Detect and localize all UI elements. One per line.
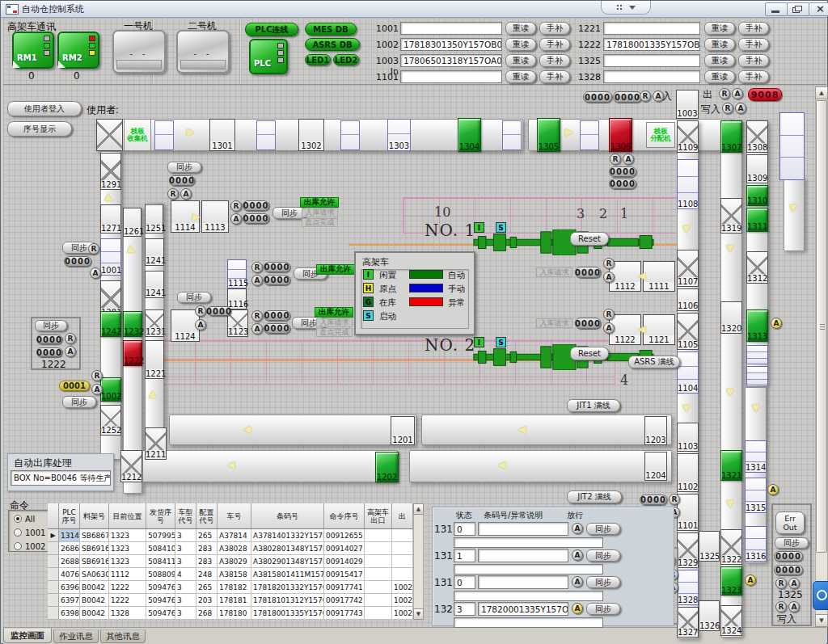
- r-round-button[interactable]: R: [251, 310, 263, 322]
- jit2-full-button[interactable]: JIT2 满线: [567, 490, 622, 503]
- table-cell[interactable]: 265: [196, 581, 218, 594]
- table-cell[interactable]: 00917741: [324, 581, 365, 594]
- barcode-field-1325[interactable]: [603, 54, 700, 67]
- reread-button[interactable]: 重读: [505, 54, 536, 67]
- table-cell[interactable]: 3: [175, 581, 196, 594]
- a-round-button[interactable]: A: [771, 318, 782, 329]
- table-cell[interactable]: A3802901348Y157MB: [251, 555, 324, 568]
- a-round-button[interactable]: A: [90, 267, 101, 279]
- table-cell[interactable]: 508809: [146, 568, 175, 581]
- a-round-button[interactable]: A: [91, 384, 103, 395]
- status-state-field-1313[interactable]: 1: [454, 549, 475, 562]
- table-cell[interactable]: 3: [175, 555, 196, 568]
- table-cell[interactable]: 283: [196, 542, 218, 555]
- a-round-button[interactable]: A: [572, 603, 583, 614]
- table-cell[interactable]: 507995: [146, 529, 175, 542]
- reread-button[interactable]: 重读: [505, 70, 536, 83]
- r-round-button[interactable]: R: [775, 601, 787, 612]
- scrollbar-thumb[interactable]: [816, 100, 827, 553]
- barcode-field-1222[interactable]: 17818001335Y157OB0: [603, 38, 700, 51]
- table-cell[interactable]: 1323: [109, 555, 146, 568]
- table-cell[interactable]: 1002: [392, 581, 413, 594]
- table-cell[interactable]: 4: [175, 568, 196, 581]
- a-round-button[interactable]: A: [603, 322, 615, 334]
- sync-button[interactable]: 同步: [586, 576, 620, 588]
- sync-button[interactable]: 同步: [775, 537, 809, 549]
- table-cell[interactable]: 3: [175, 529, 196, 542]
- teamviewer-icon[interactable]: [813, 581, 828, 610]
- a-round-button[interactable]: A: [180, 188, 192, 200]
- r-round-button[interactable]: R: [719, 88, 730, 99]
- serial-number-button[interactable]: 序号显示: [7, 121, 72, 137]
- reread-button[interactable]: 重读: [704, 70, 735, 83]
- table-cell[interactable]: [392, 568, 413, 581]
- r-round-button[interactable]: R: [230, 200, 242, 212]
- table-row-marker[interactable]: [48, 581, 59, 594]
- sync-button[interactable]: 同步: [586, 549, 620, 562]
- r-round-button[interactable]: R: [91, 370, 103, 381]
- manual-fill-button[interactable]: 手补: [738, 54, 769, 67]
- table-cell[interactable]: 178181: [218, 594, 251, 607]
- table-cell[interactable]: [392, 542, 413, 555]
- table-cell[interactable]: A38158: [218, 568, 251, 581]
- a-round-button[interactable]: A: [788, 578, 800, 589]
- table-cell[interactable]: 6398: [59, 607, 80, 620]
- table-cell[interactable]: [365, 529, 392, 542]
- a-round-button[interactable]: A: [735, 103, 746, 114]
- auto-outbound-message[interactable]: BOX No=B0046 等待生产投入: [11, 470, 111, 486]
- manual-fill-button[interactable]: 手补: [539, 22, 570, 35]
- a-round-button[interactable]: A: [195, 319, 206, 330]
- manual-fill-button[interactable]: 手补: [539, 54, 570, 67]
- status-barcode-field-1315[interactable]: [478, 575, 568, 589]
- err-out-button[interactable]: Err Out: [775, 511, 805, 534]
- r-round-button[interactable]: R: [603, 258, 615, 269]
- table-cell[interactable]: [392, 555, 413, 568]
- table-cell[interactable]: 203: [196, 594, 218, 607]
- plc-connect-button[interactable]: PLC连线: [245, 23, 298, 36]
- table-cell[interactable]: [365, 581, 392, 594]
- status-note-field-1311[interactable]: [454, 537, 603, 548]
- table-cell[interactable]: [365, 542, 392, 555]
- r-round-button[interactable]: R: [640, 90, 651, 102]
- table-cell[interactable]: [365, 594, 392, 607]
- table-cell[interactable]: 1222: [109, 581, 146, 594]
- r-round-button[interactable]: R: [669, 494, 680, 505]
- table-cell[interactable]: 178180: [218, 607, 251, 620]
- table-cell[interactable]: A3802801348Y157MB: [251, 542, 324, 555]
- table-cell[interactable]: [365, 607, 392, 620]
- table-cell[interactable]: 1112: [109, 568, 146, 581]
- table-cell[interactable]: 509476: [146, 607, 175, 620]
- table-cell[interactable]: SB6867: [80, 529, 109, 542]
- table-cell[interactable]: 508410: [146, 542, 175, 555]
- table-cell[interactable]: 2686: [59, 542, 80, 555]
- a-round-button[interactable]: A: [251, 323, 263, 335]
- table-cell[interactable]: 00917743: [324, 607, 365, 620]
- table-cell[interactable]: 3: [175, 542, 196, 555]
- table-cell[interactable]: A3815801411M157NB: [251, 568, 324, 581]
- table-cell[interactable]: A3781401332Y157KB: [251, 529, 324, 542]
- table-cell[interactable]: 1314: [59, 529, 80, 542]
- table-cell[interactable]: 00914029: [324, 555, 365, 568]
- table-cell[interactable]: 248: [196, 568, 218, 581]
- table-cell[interactable]: 3: [175, 594, 196, 607]
- table-row-marker[interactable]: [48, 607, 59, 620]
- a-round-button[interactable]: A: [623, 154, 634, 165]
- a-round-button[interactable]: A: [745, 575, 756, 586]
- tab-job-messages[interactable]: 作业讯息: [53, 629, 99, 643]
- sync-button[interactable]: 同步: [586, 523, 620, 535]
- status-note-field-1323[interactable]: [454, 617, 603, 628]
- table-cell[interactable]: B0042: [80, 581, 109, 594]
- table-cell[interactable]: SA0630: [80, 568, 109, 581]
- r-round-button[interactable]: R: [195, 305, 206, 317]
- filter-radio-1002[interactable]: [14, 542, 22, 550]
- barcode-field-1002[interactable]: 17818301350Y157OB0: [400, 38, 502, 51]
- status-barcode-field-1311[interactable]: [478, 522, 568, 536]
- table-cell[interactable]: 17818101312Y157OB: [251, 594, 324, 607]
- table-cell[interactable]: 17818001335Y157OB: [251, 607, 324, 620]
- r-round-button[interactable]: R: [88, 243, 99, 255]
- status-barcode-field-1323[interactable]: 17820001335Y157OB: [478, 602, 568, 616]
- table-cell[interactable]: B0042: [80, 607, 109, 620]
- barcode-field-1328[interactable]: [603, 70, 700, 83]
- user-login-button[interactable]: 使用者登入: [7, 101, 82, 116]
- table-cell[interactable]: SB6916: [80, 542, 109, 555]
